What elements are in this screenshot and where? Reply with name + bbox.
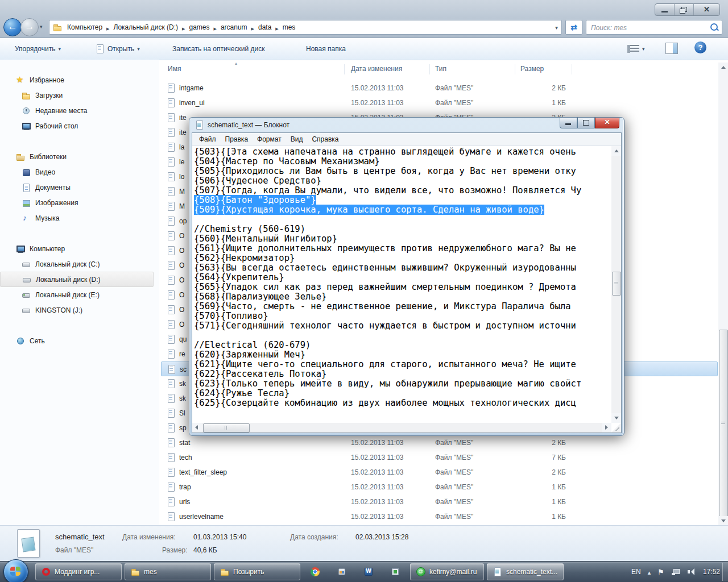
file-row[interactable]: userlevelname15.02.2013 11:03Файл "MES"1… [161, 509, 718, 524]
taskbar-button[interactable] [383, 563, 407, 580]
taskbar-button[interactable]: kefirny@mail.ru [410, 563, 484, 580]
scrollbar-thumb[interactable] [719, 330, 728, 517]
sidebar-item[interactable]: Загрузки [0, 88, 159, 103]
scroll-right-icon[interactable] [602, 423, 611, 433]
file-row[interactable]: urls15.02.2013 11:03Файл "MES"1 КБ [161, 494, 718, 509]
column-header[interactable]: Тип [435, 65, 446, 73]
sidebar-item[interactable]: KINGSTON (J:) [0, 302, 159, 318]
scrollbar-thumb[interactable] [612, 272, 621, 296]
taskbar-button[interactable]: schematic_text... [487, 563, 564, 580]
taskbar-button[interactable] [330, 563, 354, 580]
back-button[interactable] [3, 18, 22, 36]
breadcrumb-segment[interactable]: mes [280, 22, 299, 32]
sidebar-item[interactable]: Недавние места [0, 103, 159, 118]
restore-button[interactable] [675, 4, 694, 15]
clock[interactable]: 17:52 [703, 568, 720, 576]
explorer-scrollbar[interactable] [718, 63, 728, 526]
open-button[interactable]: Открыть [91, 38, 144, 60]
sidebar-item[interactable]: Изображения [0, 195, 159, 210]
show-desktop-button[interactable] [722, 563, 728, 581]
network-icon[interactable] [671, 567, 680, 576]
column-divider[interactable] [429, 64, 430, 74]
taskbar-button[interactable]: Моддинг игр... [35, 563, 122, 580]
refresh-button[interactable] [565, 20, 582, 35]
breadcrumb-segment[interactable]: Локальный диск (D:) [111, 22, 181, 32]
sidebar-item[interactable]: Рабочий стол [0, 118, 159, 134]
burn-button[interactable]: Записать на оптический диск [168, 38, 270, 60]
organize-button[interactable]: Упорядочить [10, 38, 65, 60]
show-hidden-icons[interactable] [648, 567, 651, 577]
breadcrumb-segment[interactable]: Компьютер [64, 22, 105, 32]
file-row[interactable]: tech15.02.2013 11:03Файл "MES"7 КБ [161, 450, 718, 465]
start-button[interactable] [3, 559, 28, 582]
scroll-up-icon[interactable] [718, 63, 728, 72]
sidebar-item[interactable]: Локальный диск (C:) [0, 256, 159, 272]
language-indicator[interactable]: EN [631, 568, 641, 576]
scroll-down-icon[interactable] [718, 516, 728, 526]
taskbar-button-label: Моддинг игр... [55, 568, 100, 576]
minimize-button[interactable] [560, 118, 577, 128]
notepad-text-area[interactable]: {503}{[Эта схема напечатана на странно в… [192, 146, 611, 423]
file-row[interactable]: inven_ui15.02.2013 11:03Файл "MES"1 КБ [161, 95, 718, 110]
column-divider[interactable] [572, 64, 572, 74]
file-row[interactable]: stat15.02.2013 11:03Файл "MES"2 КБ [161, 435, 718, 450]
net-icon [16, 336, 25, 346]
file-row[interactable]: trap15.02.2013 11:03Файл "MES"1 КБ [161, 480, 718, 494]
menu-item[interactable]: Файл [195, 135, 221, 143]
taskbar-button[interactable]: mes [125, 563, 211, 580]
menu-item[interactable]: Правка [221, 135, 253, 143]
breadcrumb-segment[interactable]: games [186, 22, 212, 32]
action-center-icon[interactable] [657, 567, 664, 577]
notepad-horizontal-scrollbar[interactable] [192, 423, 611, 433]
maximize-button[interactable] [577, 118, 595, 128]
column-divider[interactable] [344, 64, 345, 74]
change-view-button[interactable] [627, 43, 651, 55]
sidebar-group-header[interactable]: Библиотеки [0, 149, 159, 164]
column-header[interactable]: Дата изменения [351, 65, 402, 73]
resize-grip[interactable] [611, 423, 621, 433]
taskbar-button[interactable] [303, 563, 327, 580]
history-dropdown-icon[interactable] [40, 24, 43, 30]
sidebar-group-header[interactable]: Избранное [0, 72, 159, 88]
menu-item[interactable]: Справка [307, 135, 343, 143]
menu-item[interactable]: Формат [253, 135, 286, 143]
close-button[interactable] [595, 118, 619, 128]
minimize-button[interactable] [655, 4, 675, 15]
notepad-vertical-scrollbar[interactable] [611, 146, 621, 423]
volume-icon[interactable] [687, 567, 696, 576]
menu-item[interactable]: Вид [286, 135, 308, 143]
search-input[interactable] [590, 22, 706, 34]
help-button[interactable] [694, 41, 706, 53]
search-icon[interactable] [710, 23, 718, 31]
sidebar-item[interactable]: Локальный диск (D:) [0, 272, 154, 287]
file-row[interactable]: intgame15.02.2013 11:03Файл "MES"2 КБ [161, 81, 718, 95]
column-header[interactable]: Имя [168, 65, 181, 73]
word-icon [364, 567, 373, 576]
preview-pane-button[interactable] [665, 43, 678, 54]
breadcrumb-segment[interactable]: arcanum [218, 22, 250, 32]
column-divider[interactable] [515, 64, 515, 74]
address-bar[interactable]: КомпьютерЛокальный диск (D:)gamesarcanum… [49, 20, 562, 35]
sidebar-item[interactable]: Локальный диск (E:) [0, 287, 159, 302]
breadcrumb-segment[interactable]: data [255, 22, 274, 32]
scrollbar-thumb[interactable] [203, 423, 250, 433]
notepad-titlebar[interactable]: schematic_text — Блокнот [195, 120, 289, 130]
search-box[interactable] [586, 20, 722, 35]
close-button[interactable] [694, 4, 719, 15]
file-name: le [179, 158, 184, 166]
file-row[interactable]: text_filter_sleep15.02.2013 11:03Файл "M… [161, 465, 718, 480]
forward-button[interactable] [20, 18, 39, 36]
sidebar-item[interactable]: Музыка [0, 210, 159, 226]
sidebar-item[interactable]: Видео [0, 164, 159, 180]
scroll-down-icon[interactable] [611, 413, 621, 423]
taskbar-button[interactable] [357, 563, 380, 580]
sidebar-group-header[interactable]: Сеть [0, 333, 159, 348]
sidebar-group-header[interactable]: Компьютер [0, 241, 159, 256]
scroll-up-icon[interactable] [611, 146, 621, 156]
taskbar-button[interactable]: Позырить [214, 563, 300, 580]
sidebar-item[interactable]: Документы [0, 180, 159, 195]
breadcrumb-dropdown-icon[interactable] [555, 24, 558, 31]
new-folder-button[interactable]: Новая папка [301, 38, 350, 60]
scroll-left-icon[interactable] [192, 423, 202, 433]
column-header[interactable]: Размер [520, 65, 544, 73]
